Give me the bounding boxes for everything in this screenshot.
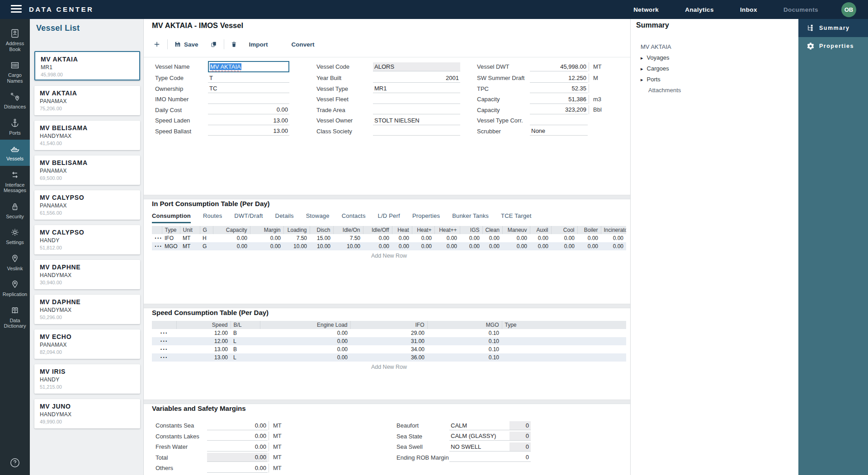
vessel-card[interactable]: MV ECHO PANAMAX 82,094.00 [34,329,140,359]
tab-bunker-tanks[interactable]: Bunker Tanks [452,212,489,223]
row-menu-icon[interactable] [152,345,176,353]
tab-consumption[interactable]: Consumption [152,212,191,223]
menu-icon[interactable] [11,5,22,14]
vessel-card[interactable]: MV CALYPSO PANAMAX 61,556.00 [34,190,140,220]
vessel-card[interactable]: MV BELISAMA HANDYMAX 41,540.00 [34,121,140,150]
table-row[interactable]: MGOMT G0.00 0.0010.00 10.0010.00 0.000.0… [152,242,626,250]
ownership-field[interactable]: TC [208,84,289,93]
trade-area-field[interactable] [373,105,460,114]
row-menu-icon[interactable] [152,242,162,250]
add-new-row-button[interactable]: Add New Row [152,364,626,370]
vessel-card[interactable]: MV JUNO HANDYMAX 49,990.00 [34,399,140,428]
avatar[interactable]: OB [841,2,856,17]
vessel-owner-field[interactable]: STOLT NIELSEN [373,116,460,125]
tab-ld-perf[interactable]: L/D Perf [378,212,400,223]
sidebar-item-ports[interactable]: Ports [0,114,30,140]
row-menu-icon[interactable] [152,234,162,242]
tab-properties[interactable]: Properties [412,212,440,223]
table-row[interactable]: 13.00L 0.0036.00 0.10 [152,353,626,362]
scrubber-field[interactable]: None [530,127,588,136]
rail-summary-button[interactable]: Summary [798,19,868,37]
sidebar-item-replication[interactable]: Replication [0,275,30,301]
add-button[interactable] [153,40,161,48]
row-menu-icon[interactable] [152,329,176,337]
vessel-fleet-field[interactable] [373,95,460,104]
sidebar-item-security[interactable]: Security [0,198,30,224]
help-button[interactable] [0,457,30,470]
sea-state-value[interactable]: 0 [509,432,531,441]
tab-details[interactable]: Details [275,212,294,223]
nav-documents[interactable]: Documents [783,6,818,13]
sidebar-item-distances[interactable]: Distances [0,88,30,114]
sidebar-item-data-dictionary[interactable]: Data Dictionary [0,301,30,333]
imo-number-field[interactable] [208,95,289,104]
table-row[interactable]: 13.00B 0.0034.00 0.10 [152,345,626,353]
vessel-type-field[interactable]: MR1 [373,84,460,93]
nav-network[interactable]: Network [633,6,659,13]
tab-contacts[interactable]: Contacts [342,212,366,223]
sea-swell-select[interactable]: NO SWELL [449,442,509,451]
vessel-card[interactable]: MV BELISAMA PANAMAX 69,500.00 [34,155,140,185]
tree-item-ports[interactable]: Ports [641,74,681,85]
ending-rob-margin-value[interactable]: 0 [509,453,531,462]
vessel-code-field[interactable]: ALORS [373,62,460,71]
vessel-dwt-field[interactable]: 45,998.00 [530,62,588,71]
fresh-water-field[interactable]: 0.00 [207,442,268,451]
type-code-field[interactable]: T [208,74,289,83]
save-button[interactable]: Save [174,41,198,48]
others-field[interactable]: 0.00 [207,464,268,473]
row-menu-icon[interactable] [152,337,176,345]
table-row[interactable]: 12.00B 0.0029.00 0.10 [152,329,626,337]
import-button[interactable]: Import [249,41,268,48]
vessel-name-input[interactable]: MV AKTAIA [208,61,289,72]
sea-swell-value[interactable]: 0 [509,442,531,451]
speed-ballast-field[interactable]: 13.00 [208,127,289,136]
sw-summer-draft-field[interactable]: 12.250 [530,74,588,83]
vessel-card[interactable]: MV DAPHNE HANDYMAX 50,296.00 [34,295,140,324]
tab-stowage[interactable]: Stowage [306,212,330,223]
year-built-field[interactable]: 2001 [373,74,460,83]
convert-button[interactable]: Convert [292,41,315,48]
tpc-field[interactable]: 52.35 [530,84,588,93]
row-menu-icon[interactable] [152,353,176,362]
tree-item-attachments[interactable]: Attachments [641,85,681,96]
sidebar-item-settings[interactable]: Settings [0,223,30,249]
sidebar-item-interface-messages[interactable]: Interface Messages [0,166,30,198]
beaufort-select[interactable]: CALM [449,421,509,430]
nav-analytics[interactable]: Analytics [685,6,714,13]
tree-vessel[interactable]: MV AKTAIA [641,42,681,52]
tab-dwt-draft[interactable]: DWT/Draft [234,212,263,223]
sea-state-select[interactable]: CALM (GLASSY) [449,432,509,441]
tree-item-voyages[interactable]: Voyages [641,52,681,63]
tab-routes[interactable]: Routes [203,212,222,223]
beaufort-value[interactable]: 0 [509,421,531,430]
add-new-row-button[interactable]: Add New Row [152,253,626,259]
vessel-card[interactable]: MV DAPHNE HANDYMAX 30,940.00 [34,260,140,289]
rail-properties-button[interactable]: Properties [798,37,868,55]
daily-cost-field[interactable]: 0.00 [208,105,289,114]
capacity-m3-field[interactable]: 51,386 [530,95,588,104]
constants-sea-field[interactable]: 0.00 [207,421,268,430]
vessel-card[interactable]: MV AKTAIA PANAMAX 75,206.00 [34,86,140,115]
sidebar-item-address-book[interactable]: Address Book [0,24,30,56]
table-row[interactable]: IFOMT H0.00 0.007.50 15.007.50 0.000.00 … [152,234,626,242]
ending-rob-margin-field[interactable] [449,453,509,462]
tab-tce-target[interactable]: TCE Target [501,212,532,223]
speed-laden-field[interactable]: 13.00 [208,116,289,125]
capacity-bbl-field[interactable]: 323,209 [530,105,588,114]
address-book-icon [1,28,29,39]
sidebar-item-veslink[interactable]: Veslink [0,249,30,276]
delete-button[interactable] [231,41,237,48]
nav-inbox[interactable]: Inbox [740,6,757,13]
sidebar-item-vessels[interactable]: Vessels [0,140,30,166]
vessel-card[interactable]: MV CALYPSO HANDY 51,812.00 [34,225,140,254]
tree-item-cargoes[interactable]: Cargoes [641,63,681,74]
class-society-field[interactable] [373,127,460,136]
vessel-card[interactable]: MV AKTAIA MR1 45,998.00 [34,51,140,80]
vessel-type-corr-field[interactable] [530,116,588,125]
table-row[interactable]: 12.00L 0.0031.00 0.10 [152,337,626,345]
sidebar-item-cargo-names[interactable]: Cargo Names [0,56,30,88]
copy-button[interactable] [210,41,217,48]
vessel-card[interactable]: MV IRIS HANDY 51,215.00 [34,364,140,394]
constants-lakes-field[interactable]: 0.00 [207,432,268,441]
